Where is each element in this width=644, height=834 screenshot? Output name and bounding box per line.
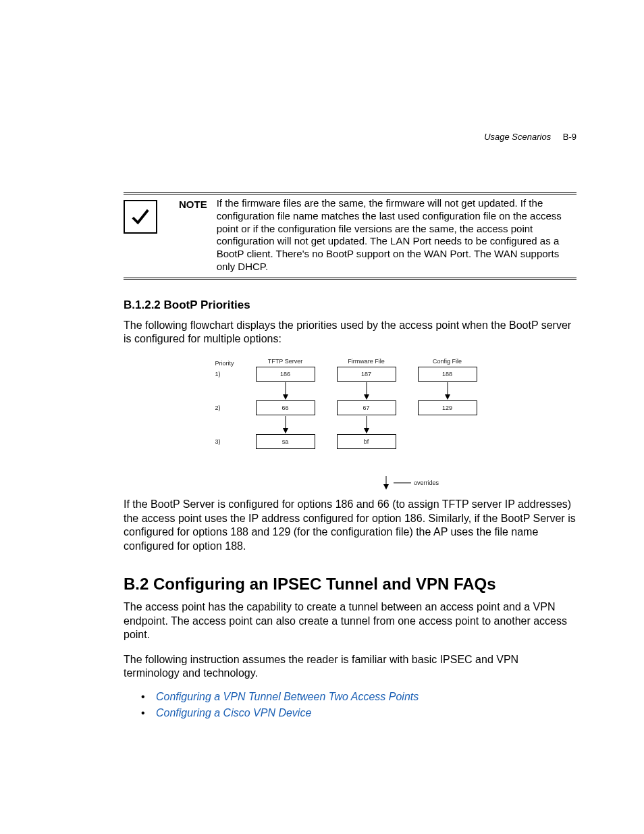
paragraph: The following flowchart displays the pri… (124, 319, 576, 346)
flowchart-row-priority: 3) (215, 438, 252, 445)
flowchart-override-legend: overrides (215, 476, 485, 490)
flowchart-box: bf (337, 434, 396, 449)
flowchart-col-header: Config File (414, 358, 481, 365)
svg-marker-7 (283, 428, 288, 434)
flowchart-box: 187 (337, 367, 396, 382)
arrow-down-icon (414, 382, 481, 400)
svg-marker-5 (445, 394, 450, 400)
note-label: NOTE (179, 199, 207, 210)
svg-marker-3 (364, 394, 369, 400)
page-number: B-9 (563, 132, 576, 142)
cross-reference-list: Configuring a VPN Tunnel Between Two Acc… (124, 689, 576, 721)
arrow-down-icon (333, 382, 400, 400)
arrow-down-icon (252, 415, 319, 434)
cross-reference-link[interactable]: Configuring a VPN Tunnel Between Two Acc… (156, 689, 576, 705)
flowchart-col-header: TFTP Server (252, 358, 319, 365)
heading-b2: B.2 Configuring an IPSEC Tunnel and VPN … (124, 575, 576, 594)
flowchart-priority-header: Priority (215, 359, 252, 367)
svg-marker-1 (283, 394, 288, 400)
svg-marker-11 (383, 484, 389, 490)
flowchart-box: 129 (418, 400, 477, 415)
bootp-priority-flowchart: Priority TFTP Server Firmware File Confi… (215, 358, 485, 490)
flowchart-row-priority: 1) (215, 371, 252, 377)
override-label: overrides (414, 479, 439, 486)
cross-reference-link[interactable]: Configuring a Cisco VPN Device (156, 705, 576, 721)
chapter-name: Usage Scenarios (484, 132, 551, 142)
flowchart-box: 67 (337, 400, 396, 415)
flowchart-box: 186 (256, 367, 315, 382)
paragraph: The following instruction assumes the re… (124, 653, 576, 681)
running-header: Usage Scenarios B-9 (484, 132, 576, 142)
paragraph: If the BootP Server is configured for op… (124, 498, 576, 553)
note-callout: NOTE If the firmware files are the same,… (124, 192, 576, 280)
flowchart-row-priority: 2) (215, 405, 252, 411)
arrow-down-icon (383, 476, 390, 490)
flowchart-col-header: Firmware File (333, 358, 400, 365)
arrow-down-icon (252, 382, 319, 400)
flowchart-box: 188 (418, 367, 477, 382)
checkmark-icon (124, 200, 157, 234)
heading-b122: B.1.2.2 BootP Priorities (124, 298, 576, 312)
svg-marker-9 (364, 428, 369, 434)
flowchart-box: 66 (256, 400, 315, 415)
note-text: If the firmware files are the same, the … (217, 197, 576, 273)
line-icon (394, 480, 414, 486)
paragraph: The access point has the capability to c… (124, 600, 576, 642)
flowchart-box: sa (256, 434, 315, 449)
arrow-down-icon (333, 415, 400, 434)
